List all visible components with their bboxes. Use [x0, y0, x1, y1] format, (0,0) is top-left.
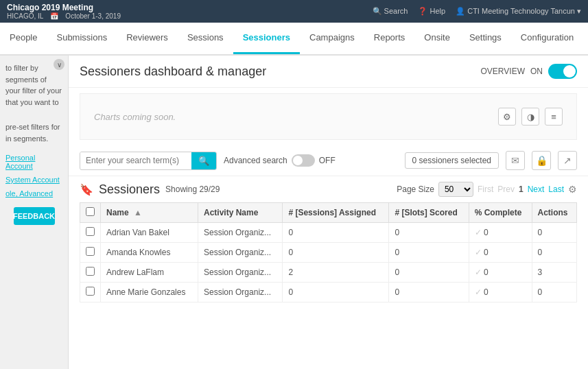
th-name[interactable]: Name ▲ — [101, 203, 198, 223]
row-slots-1: 0 — [389, 243, 469, 263]
advanced-search-state: OFF — [319, 156, 336, 165]
row-slots-3: 0 — [389, 283, 469, 302]
row-name-0: Adrian Van Bakel — [101, 223, 198, 243]
nav-reviewers[interactable]: Reviewers — [117, 23, 178, 54]
charts-placeholder: Charts coming soon. — [94, 112, 176, 122]
row-name-2: Andrew LaFlam — [101, 263, 198, 283]
page-size-select[interactable]: 10 25 50 100 — [438, 182, 473, 197]
sidebar-link-system[interactable]: System Account — [0, 173, 68, 187]
feedback-button[interactable]: FEEDBACK — [14, 207, 55, 225]
table-title-row: 🔖 Sessioners Showing 29/29 — [80, 182, 220, 197]
last-page-button[interactable]: Last — [548, 184, 564, 194]
email-action-button[interactable]: ✉ — [506, 151, 525, 170]
th-checkbox — [80, 203, 101, 223]
toolbar: 🔍 Advanced search OFF 0 sessioners selec… — [69, 145, 588, 176]
overview-label: OVERVIEW — [481, 67, 525, 76]
row-actions-0: 0 — [532, 223, 576, 243]
sidebar-collapse-button[interactable]: ∨ — [54, 59, 64, 70]
prev-page-button[interactable]: Prev — [497, 184, 515, 194]
table-section: 🔖 Sessioners Showing 29/29 Page Size 10 … — [69, 176, 588, 308]
next-page-button[interactable]: Next — [528, 184, 545, 194]
charts-list-icon[interactable]: ≡ — [545, 108, 563, 126]
table-row: Anne Marie Gonzales Session Organiz... 0… — [80, 283, 577, 302]
search-button[interactable]: 🔍 — [191, 152, 216, 169]
overview-toggle-switch[interactable] — [548, 64, 577, 79]
row-sessions-1: 0 — [283, 243, 389, 263]
sidebar-link-personal[interactable]: Personal Account — [0, 151, 68, 173]
nav-sessions[interactable]: Sessions — [178, 23, 233, 54]
event-name: Chicago 2019 Meeting — [7, 3, 121, 12]
user-menu[interactable]: 👤 CTI Meeting Technology Tancun ▾ — [456, 7, 581, 16]
charts-gear-icon[interactable]: ⚙ — [498, 108, 516, 126]
selected-badge: 0 sessioners selected — [405, 152, 499, 169]
export-action-button[interactable]: ↗ — [558, 151, 577, 170]
row-check-1[interactable] — [86, 247, 95, 256]
sort-arrow-name: ▲ — [134, 208, 142, 217]
advanced-search-row: Advanced search OFF — [224, 154, 336, 167]
toggle-on-label: ON — [530, 67, 543, 76]
row-checkbox-1 — [80, 243, 101, 263]
table-title: Sessioners — [99, 182, 160, 197]
row-slots-0: 0 — [389, 223, 469, 243]
nav-settings[interactable]: Settings — [460, 23, 511, 54]
nav-configuration[interactable]: Configuration — [511, 23, 583, 54]
row-check-0[interactable] — [86, 227, 95, 236]
sessioners-table: Name ▲ Activity Name # [Sessions] Assign… — [80, 202, 577, 302]
search-link[interactable]: 🔍 Search — [373, 7, 408, 16]
topbar-left: Chicago 2019 Meeting HICAGO, IL 📅 Octobe… — [7, 3, 121, 20]
th-slots: # [Slots] Scored — [389, 203, 469, 223]
advanced-search-toggle[interactable] — [292, 154, 315, 167]
row-complete-3: ✓ 0 — [469, 283, 532, 302]
event-dates: October 1-3, 2019 — [65, 12, 121, 20]
topbar: Chicago 2019 Meeting HICAGO, IL 📅 Octobe… — [0, 0, 588, 23]
row-check-3[interactable] — [86, 287, 95, 296]
row-check-2[interactable] — [86, 267, 95, 276]
table-row: Andrew LaFlam Session Organiz... 2 0 ✓ 0… — [80, 263, 577, 283]
th-sessions: # [Sessions] Assigned — [283, 203, 389, 223]
row-activity-0: Session Organiz... — [198, 223, 283, 243]
row-actions-1: 0 — [532, 243, 576, 263]
nav-people[interactable]: People — [0, 23, 47, 54]
event-location: HICAGO, IL — [7, 12, 43, 20]
first-page-button[interactable]: First — [478, 184, 493, 194]
lock-action-button[interactable]: 🔒 — [532, 151, 551, 170]
nav-campaigns[interactable]: Campaigns — [300, 23, 364, 54]
row-name-3: Anne Marie Gonzales — [101, 283, 198, 302]
charts-pie-icon[interactable]: ◑ — [521, 108, 539, 126]
select-all-checkbox[interactable] — [86, 207, 95, 216]
row-sessions-3: 0 — [283, 283, 389, 302]
table-header: Name ▲ Activity Name # [Sessions] Assign… — [80, 203, 577, 223]
table-row: Amanda Knowles Session Organiz... 0 0 ✓ … — [80, 243, 577, 263]
nav-onsite[interactable]: Onsite — [414, 23, 460, 54]
event-details: HICAGO, IL 📅 October 1-3, 2019 — [7, 12, 121, 20]
nav-analytics[interactable]: Analytics — [583, 23, 588, 54]
search-box: 🔍 — [80, 152, 217, 170]
showing-text: Showing 29/29 — [165, 184, 220, 194]
row-actions-3: 0 — [532, 283, 576, 302]
sidebar-link-advanced[interactable]: ole, Advanced — [0, 187, 68, 200]
nav-reports[interactable]: Reports — [364, 23, 415, 54]
content-area: Sessioners dashboard & manager OVERVIEW … — [69, 56, 588, 369]
table-gear-icon[interactable]: ⚙ — [568, 184, 577, 195]
row-complete-0: ✓ 0 — [469, 223, 532, 243]
nav-sessioners[interactable]: Sessioners — [233, 23, 300, 54]
charts-area: Charts coming soon. ⚙ ◑ ≡ — [80, 93, 577, 140]
calendar-icon: 📅 — [50, 12, 58, 20]
toggle-small-knob — [293, 156, 303, 165]
advanced-search-label: Advanced search — [224, 156, 287, 165]
row-checkbox-0 — [80, 223, 101, 243]
search-input[interactable] — [80, 152, 191, 169]
row-actions-2: 3 — [532, 263, 576, 283]
pagination-row: Page Size 10 25 50 100 First Prev 1 Next… — [397, 182, 577, 197]
th-complete: % Complete — [469, 203, 532, 223]
help-link[interactable]: ❓ Help — [418, 7, 445, 16]
row-sessions-2: 2 — [283, 263, 389, 283]
nav-submissions[interactable]: Submissions — [47, 23, 117, 54]
row-slots-2: 0 — [389, 263, 469, 283]
topbar-right: 🔍 Search ❓ Help 👤 CTI Meeting Technology… — [373, 7, 581, 16]
row-checkbox-3 — [80, 283, 101, 302]
row-activity-2: Session Organiz... — [198, 263, 283, 283]
charts-icon-buttons: ⚙ ◑ ≡ — [498, 108, 563, 126]
overview-toggle-row: OVERVIEW ON — [481, 64, 577, 79]
sidebar: ∨ to filter by segments of your filter o… — [0, 56, 69, 369]
